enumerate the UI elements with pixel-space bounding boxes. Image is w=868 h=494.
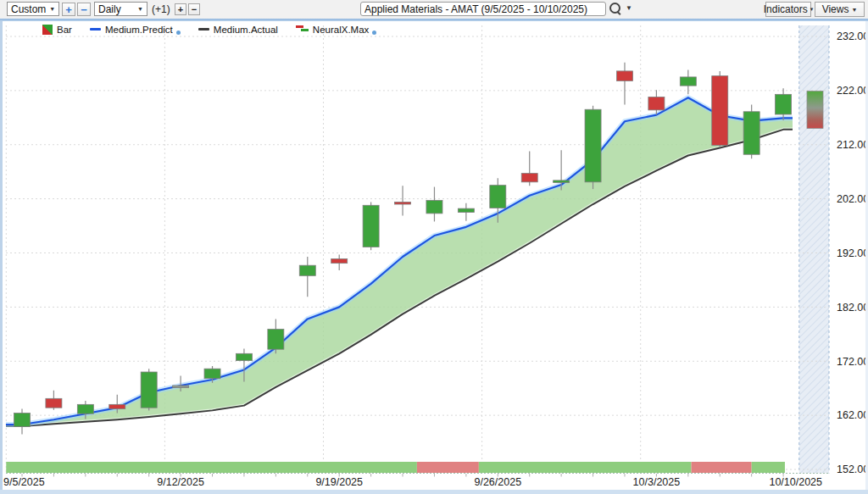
- candle-body: [331, 259, 348, 264]
- info-dot-icon: [372, 31, 376, 35]
- legend-item-medium-actual[interactable]: Medium.Actual: [198, 25, 278, 35]
- candle-9/23/2025: [395, 186, 411, 215]
- indicators-button[interactable]: Indicators▾: [765, 2, 811, 17]
- candle-9/18/2025: [299, 257, 315, 297]
- candle-body: [46, 398, 62, 408]
- legend-item-medium-predict[interactable]: Medium.Predict: [90, 25, 181, 35]
- chevron-down-icon: ▼: [46, 6, 55, 12]
- chevron-down-icon: ▼: [851, 7, 857, 13]
- candle-body: [712, 76, 728, 146]
- candle-body: [458, 208, 474, 212]
- window-left-edge: [0, 21, 3, 494]
- info-dot-icon: [176, 31, 181, 35]
- candle-body: [14, 414, 31, 427]
- preset-dropdown[interactable]: Custom ▼: [7, 2, 59, 16]
- candle-body: [77, 404, 93, 414]
- candle-body: [648, 97, 665, 110]
- candle-body: [743, 112, 760, 154]
- legend-item-bar[interactable]: Bar: [42, 25, 72, 35]
- candle-body: [363, 205, 379, 247]
- candle-9/8/2025: [46, 391, 62, 410]
- y-axis-label: 162.00: [837, 409, 868, 421]
- candle-9/11/2025: [141, 369, 157, 410]
- candle-body: [554, 180, 570, 183]
- y-axis-label: 202.00: [837, 193, 868, 205]
- zoom-in-button[interactable]: +: [62, 3, 75, 16]
- candle-9/29/2025: [521, 151, 537, 186]
- forecast-range-bar: [807, 92, 823, 129]
- y-axis-label: 212.00: [837, 139, 868, 151]
- preset-dropdown-value: Custom: [11, 3, 46, 15]
- chevron-down-icon: ▾: [810, 6, 814, 13]
- dark-line-icon: [198, 28, 209, 31]
- candle-body: [585, 109, 601, 182]
- offset-plus-button[interactable]: +: [175, 3, 186, 15]
- signal-strip-segment: [417, 462, 479, 473]
- candle-body: [490, 186, 506, 208]
- zoom-out-button[interactable]: −: [77, 3, 91, 16]
- search-chevron-icon[interactable]: ▼: [626, 4, 632, 12]
- candle-9/5/2025: [14, 408, 31, 434]
- candle-9/22/2025: [363, 202, 379, 250]
- red-green-bars-icon: [296, 25, 309, 33]
- x-axis-label: 9/5/2025: [3, 476, 45, 488]
- candle-body: [204, 369, 220, 378]
- toolbar: Custom ▼ + − Daily ▼ (+1) + − ▼ Indicato…: [0, 0, 868, 19]
- candle-9/24/2025: [426, 187, 442, 222]
- candle-body: [268, 330, 284, 350]
- candle-9/17/2025: [268, 319, 284, 353]
- candle-body: [299, 265, 315, 275]
- views-button[interactable]: Views▼: [815, 2, 865, 17]
- window-bottom-edge: [0, 490, 868, 494]
- x-axis-label: 10/10/2025: [769, 476, 822, 488]
- candle-9/19/2025: [331, 254, 348, 270]
- period-dropdown[interactable]: Daily ▼: [94, 2, 147, 16]
- candle-10/2/2025: [616, 63, 632, 105]
- y-axis-label: 152.00: [837, 463, 868, 475]
- candle-10/9/2025: [776, 88, 792, 120]
- candle-body: [173, 386, 189, 387]
- x-axis-label: 9/12/2025: [157, 476, 204, 488]
- chart-canvas[interactable]: 232.00222.00212.00202.00192.00182.00172.…: [0, 0, 868, 494]
- candle-body: [426, 201, 442, 214]
- candle-body: [776, 94, 792, 114]
- candle-10/7/2025: [712, 71, 728, 147]
- x-axis-label: 9/19/2025: [315, 476, 363, 488]
- legend-item-neuralx-max[interactable]: NeuralX.Max: [296, 25, 376, 35]
- chart-legend: Bar Medium.Predict Medium.Actual NeuralX…: [42, 24, 376, 35]
- offset-minus-button[interactable]: −: [188, 3, 200, 15]
- chevron-down-icon: ▼: [134, 6, 143, 12]
- candlestick-series-icon: [42, 25, 53, 35]
- candle-10/1/2025: [585, 106, 601, 189]
- y-axis-label: 222.00: [837, 85, 868, 97]
- candle-9/25/2025: [458, 203, 474, 221]
- y-axis-label: 232.00: [837, 31, 868, 42]
- candle-body: [141, 372, 157, 408]
- candle-body: [395, 202, 411, 204]
- candle-body: [109, 404, 125, 408]
- signal-strip-segment: [752, 462, 785, 473]
- candle-body: [521, 174, 537, 182]
- candle-body: [616, 71, 632, 80]
- x-axis-label: 9/26/2025: [474, 476, 521, 488]
- signal-strip-segment: [692, 462, 752, 473]
- chart-window: Custom ▼ + − Daily ▼ (+1) + − ▼ Indicato…: [0, 0, 868, 494]
- candle-body: [680, 77, 696, 86]
- signal-strip-segment: [6, 462, 417, 473]
- candle-body: [236, 353, 252, 360]
- toolbar-separator: [0, 19, 868, 21]
- blue-line-icon: [90, 28, 101, 31]
- y-axis-label: 192.00: [837, 247, 868, 259]
- signal-strip-segment: [479, 462, 692, 473]
- y-axis-label: 182.00: [837, 302, 868, 314]
- symbol-title-input[interactable]: [360, 2, 606, 16]
- bar-offset-label: (+1): [152, 3, 170, 15]
- search-icon[interactable]: [609, 3, 620, 14]
- candle-10/8/2025: [743, 104, 760, 158]
- y-axis-label: 172.00: [837, 356, 868, 368]
- x-axis-label: 10/3/2025: [633, 476, 681, 488]
- period-dropdown-value: Daily: [98, 3, 121, 15]
